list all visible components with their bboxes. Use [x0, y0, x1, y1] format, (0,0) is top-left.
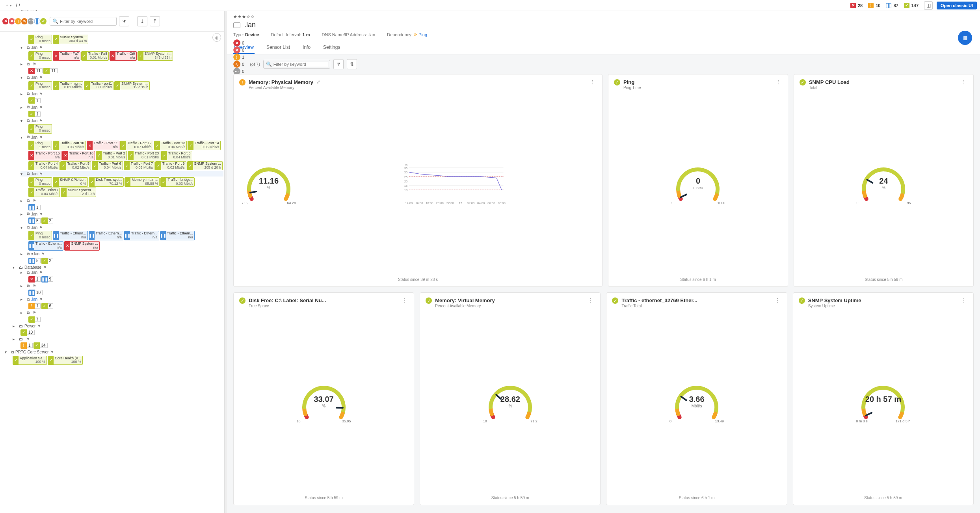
flag-icon[interactable]: ⚑	[33, 199, 36, 203]
expand-icon[interactable]: ⤢	[316, 79, 320, 85]
card-menu-icon[interactable]: ⋮	[400, 297, 408, 303]
chevron-icon[interactable]: ▸	[20, 199, 25, 203]
tree-device[interactable]: ▸⧉.lan ⚑	[20, 211, 223, 217]
chevron-icon[interactable]: ▾	[20, 225, 25, 230]
flag-icon[interactable]: ⚑	[39, 119, 43, 123]
flag-icon[interactable]: ⚑	[39, 212, 43, 216]
sensor-tile[interactable]: ✓SNMP System ...205 d 20 h	[187, 161, 223, 171]
flag-icon[interactable]: ⚑	[39, 92, 43, 96]
sensor-tile[interactable]: ✓SNMP System ...12 d 19 h	[114, 81, 150, 91]
sensor-tile[interactable]: ✓SNMP CPU Lo...0 %	[53, 177, 88, 187]
flag-icon[interactable]: ⚑	[39, 135, 43, 139]
tree-device[interactable]: ▾⧉.lan ⚑	[20, 225, 223, 230]
flag-icon[interactable]: ⚑	[39, 105, 43, 110]
right-search-box[interactable]: 🔍	[263, 60, 330, 69]
sensor-tile[interactable]: ✓Ping0 msec	[28, 35, 52, 44]
sensor-tile[interactable]: ✓Traffic - Port 90.02 Mbit/s	[155, 161, 186, 171]
status-count-badge[interactable]: ❚❚10	[28, 290, 43, 296]
sensor-tile[interactable]: ✓Ping0 msec	[28, 231, 52, 240]
tab-sensor-list[interactable]: Sensor List	[266, 41, 291, 54]
sort-button[interactable]: ⇅	[347, 59, 357, 69]
chevron-icon[interactable]: ▸	[20, 105, 25, 110]
sensor-tile[interactable]: ✓Traffic - Port 60.04 Mbit/s	[92, 161, 123, 171]
tree-group[interactable]: ▾🗀Database ⚑	[13, 265, 223, 270]
sensor-tile[interactable]: ❚❚Traffic - Ethern...n/a	[160, 231, 195, 240]
status-pill-downp[interactable]: ✕0	[233, 46, 247, 54]
flag-icon[interactable]: ⚑	[39, 225, 43, 230]
chevron-icon[interactable]: ▸	[20, 252, 25, 256]
chevron-icon[interactable]: ▸	[13, 337, 17, 341]
sensor-tile[interactable]: ✓Traffic - port10.1 Mbit/s	[84, 81, 113, 91]
locate-target-icon[interactable]: ◎	[212, 33, 221, 42]
sensor-tile[interactable]: ❚❚Traffic - Ethern...n/a	[53, 231, 88, 240]
chevron-icon[interactable]: ▾	[20, 119, 25, 123]
tree-device[interactable]: ▸⧉.lan ⚑	[20, 104, 223, 110]
home-icon[interactable]: ⌂▾	[3, 2, 14, 9]
sensor-tile[interactable]: ✓Ping0 msec	[28, 124, 52, 134]
right-filter-input[interactable]	[273, 62, 328, 67]
card-menu-icon[interactable]: ⋮	[960, 79, 968, 85]
chevron-icon[interactable]: ▸	[20, 310, 25, 315]
sensor-tile[interactable]: ✓Traffic - mgmt0.01 Mbit/s	[53, 81, 83, 91]
left-filter-input[interactable]	[60, 19, 114, 24]
device-tree[interactable]: ◎ ✓Ping0 msec✓SNMP System ...303 d 43 m▾…	[0, 32, 224, 513]
priority-stars[interactable]: ★★★☆☆	[233, 14, 974, 19]
sensor-tile[interactable]: ✓Core Health (A...100 %	[48, 356, 83, 365]
status-count-badge[interactable]: ✓6	[41, 303, 54, 309]
tree-device[interactable]: ▾⧉.lan ⚑	[20, 75, 223, 80]
card-disk-free[interactable]: ✓Disk Free: C:\ Label: Serial Nu...Free …	[233, 292, 414, 505]
card-traffic[interactable]: ✓Traffic - ethernet_32769 Ether...Traffi…	[606, 292, 787, 505]
status-count-badge[interactable]: ✓34	[33, 342, 48, 349]
sensor-tile[interactable]: ✓Application Se...100 %	[13, 356, 47, 365]
sensor-tile[interactable]: ✓Traffic - Port 40.04 Mbit/s	[28, 161, 60, 171]
sensor-tile[interactable]: ✓Traffic - Port 30.04 Mbit/s	[161, 151, 192, 160]
expand-all-button[interactable]: ⤒	[150, 16, 160, 26]
status-pill-down[interactable]: ✕0	[233, 39, 247, 46]
sensor-tile[interactable]: ✓Ping0 msec	[28, 51, 52, 61]
sensor-tile[interactable]: ✓Traffic - Port 230.01 Mbit/s	[128, 151, 161, 160]
status-down-badge[interactable]: ✕28	[849, 2, 865, 9]
tree-device[interactable]: ▾⧉.lan ⚑	[20, 171, 223, 177]
right-filter-button[interactable]: ⧩	[333, 59, 344, 69]
tree-device[interactable]: ▾⧉.lan ⚑	[20, 134, 223, 140]
open-classic-ui-button[interactable]: Open classic UI	[937, 2, 977, 9]
left-search-box[interactable]: 🔍	[50, 17, 117, 26]
sensor-tile[interactable]: ✓Traffic - Port 20.31 Mbit/s	[96, 151, 127, 160]
status-count-badge[interactable]: ✕11	[28, 68, 43, 74]
status-count-badge[interactable]: ❚❚9	[41, 276, 54, 283]
layout-toggle-icon[interactable]: ◫	[924, 1, 933, 10]
tree-device[interactable]: ▸⧉ ⚑	[20, 283, 223, 289]
card-menu-icon[interactable]: ⋮	[774, 79, 782, 85]
chevron-icon[interactable]: ▾	[5, 350, 9, 354]
tree-group[interactable]: ▸🗀 ⚑	[13, 336, 223, 342]
sensor-tile[interactable]: ✓Traffic - Port 70.03 Mbit/s	[124, 161, 155, 171]
status-up-badge[interactable]: ✓147	[902, 2, 921, 9]
tree-device[interactable]: ▸⧉ ⚑	[20, 61, 223, 67]
flag-icon[interactable]: ⚑	[33, 284, 36, 288]
tree-device[interactable]: ▸⧉.lan ⚑	[20, 270, 223, 275]
dependency-link[interactable]: Ping	[418, 32, 427, 37]
flag-icon[interactable]: ⚑	[37, 324, 41, 328]
flag-icon[interactable]: ⚑	[33, 310, 36, 315]
apps-fab-button[interactable]: ▦	[958, 31, 972, 45]
filter-up-icon[interactable]: ✓	[39, 17, 47, 25]
chevron-icon[interactable]: ▸	[20, 297, 25, 301]
sensor-tile[interactable]: ✓Disk Free: syst...70.12 %	[89, 177, 124, 187]
sensor-tile[interactable]: ✕Traffic - Port 16n/a	[62, 151, 95, 160]
status-pause-badge[interactable]: ❚❚87	[884, 2, 900, 9]
status-warn-badge[interactable]: !10	[867, 2, 883, 9]
status-count-badge[interactable]: !1	[28, 303, 41, 309]
card-menu-icon[interactable]: ⋮	[587, 297, 595, 303]
sensor-tile[interactable]: ✓Traffic - Port 140.05 Mbit/s	[188, 141, 221, 150]
sensor-tile[interactable]: ✕Traffic - Gi0n/a	[110, 51, 137, 61]
card-menu-icon[interactable]: ⋮	[589, 79, 597, 85]
status-count-badge[interactable]: ❚❚1	[28, 204, 41, 210]
flag-icon[interactable]: ⚑	[39, 172, 43, 176]
sensor-tile[interactable]: ✓Traffic - Port 100.03 Mbit/s	[53, 141, 86, 150]
sensor-tile[interactable]: ✓Traffic - ether70.03 Mbit/s	[28, 188, 60, 197]
chevron-icon[interactable]: ▸	[20, 92, 25, 96]
flag-icon[interactable]: ⚑	[50, 350, 54, 354]
sensor-tile[interactable]: ✕Traffic - Port 11n/a	[87, 141, 120, 150]
tree-device[interactable]: ▸⧉.lan ⚑	[20, 91, 223, 97]
flag-icon[interactable]: ⚑	[39, 297, 43, 301]
